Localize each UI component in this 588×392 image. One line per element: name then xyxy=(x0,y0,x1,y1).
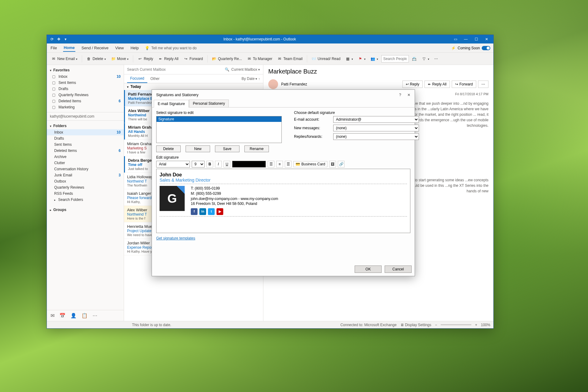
folder-item-drafts[interactable]: Drafts xyxy=(47,135,124,141)
quick-step-quarterly[interactable]: 📂Quarterly Re... xyxy=(210,55,244,62)
folder-item-inbox[interactable]: Inbox10 xyxy=(47,129,124,135)
folder-item-conversation-history[interactable]: Conversation History xyxy=(47,166,124,172)
cancel-button[interactable]: Cancel xyxy=(385,266,412,273)
delete-signature-button[interactable]: Delete xyxy=(156,145,181,152)
reading-forward-button[interactable]: ↪Forward xyxy=(452,81,476,88)
coming-soon-toggle[interactable] xyxy=(482,46,490,50)
quick-step-to-manager[interactable]: ✉To Manager xyxy=(245,55,274,62)
italic-button[interactable]: I xyxy=(215,161,222,168)
mail-icon[interactable]: ✉ xyxy=(51,313,55,318)
email-account-select[interactable]: Administrator@ xyxy=(333,116,419,123)
align-right-button[interactable]: ☰ xyxy=(285,161,292,168)
unread-read-button[interactable]: 📨Unread/ Read xyxy=(310,55,342,62)
new-email-button[interactable]: ✉New Email xyxy=(49,55,79,62)
ok-button[interactable]: OK xyxy=(355,266,382,273)
rename-signature-button[interactable]: Rename xyxy=(244,145,269,152)
minimize-button[interactable]: — xyxy=(461,36,471,43)
nav-item-drafts[interactable]: ▢Drafts xyxy=(47,86,124,92)
mailbox-search-input[interactable] xyxy=(125,66,225,73)
sort-dropdown[interactable]: By Date ▾ ↑ xyxy=(242,77,260,81)
zoom-slider[interactable] xyxy=(441,324,471,325)
reply-all-button[interactable]: ↞Reply All xyxy=(156,55,180,62)
ribbon-display-icon[interactable]: ▭ xyxy=(450,36,460,43)
more-options[interactable]: ⋯ xyxy=(432,56,440,62)
new-group-button[interactable]: 👥 xyxy=(369,55,380,62)
groups-header[interactable]: Groups xyxy=(47,206,124,213)
zoom-out-button[interactable]: − xyxy=(435,323,437,327)
zoom-in-button[interactable]: + xyxy=(475,323,477,327)
new-signature-button[interactable]: New xyxy=(186,145,210,152)
account-label[interactable]: kathyt@lucernepubintl.com xyxy=(47,112,124,121)
qat-dropdown[interactable]: ▾ xyxy=(62,36,69,43)
business-card-button[interactable]: 💳Business Card xyxy=(293,161,327,167)
calendar-icon[interactable]: 📅 xyxy=(59,313,66,318)
folder-item-archive[interactable]: Archive xyxy=(47,154,124,160)
reading-reply-all-button[interactable]: ↞Reply All xyxy=(424,81,450,88)
forward-button[interactable]: ↪Forward xyxy=(182,55,205,62)
tab-send-receive[interactable]: Send / Receive xyxy=(81,44,109,51)
reply-button[interactable]: ↩Reply xyxy=(136,55,155,62)
tab-home[interactable]: Home xyxy=(63,44,75,52)
signature-editor[interactable]: John Doe Sales & Marketing Director T: (… xyxy=(156,169,410,233)
tab-personal-stationery[interactable]: Personal Stationery xyxy=(189,100,229,107)
filter-button[interactable]: ▽ xyxy=(420,55,431,62)
tab-email-signature[interactable]: E-mail Signature xyxy=(154,100,189,107)
tell-me-search[interactable]: 💡Tell me what you want to do xyxy=(145,46,197,50)
bold-button[interactable]: B xyxy=(206,161,213,168)
folder-item-quarterly-reviews[interactable]: Quarterly Reviews xyxy=(47,184,124,190)
group-header-today[interactable]: Today xyxy=(124,83,263,90)
folder-item-outbox[interactable]: Outbox xyxy=(47,178,124,184)
save-signature-button[interactable]: Save xyxy=(215,145,239,152)
signature-listbox[interactable]: Signature xyxy=(156,116,282,143)
signature-list-item[interactable]: Signature xyxy=(156,116,281,122)
nav-item-sent-items[interactable]: ▢Sent Items xyxy=(47,80,124,86)
quick-step-team-email[interactable]: ✉Team Email xyxy=(275,55,304,62)
display-settings-button[interactable]: 🖥 Display Settings xyxy=(400,323,431,327)
reading-more-button[interactable]: ⋯ xyxy=(478,81,488,88)
tab-other[interactable]: Other xyxy=(147,75,163,83)
font-select[interactable]: Arial xyxy=(156,161,190,168)
people-icon[interactable]: 👤 xyxy=(70,313,77,318)
favorites-header[interactable]: Favorites xyxy=(47,67,124,74)
move-button[interactable]: 📁Move xyxy=(109,55,130,62)
folder-item-clutter[interactable]: Clutter xyxy=(47,160,124,166)
underline-button[interactable]: U xyxy=(224,161,230,168)
search-icon[interactable]: 🔍 xyxy=(225,67,229,72)
tab-focused[interactable]: Focused xyxy=(127,74,147,83)
folder-item-deleted-items[interactable]: Deleted Items6 xyxy=(47,148,124,154)
nav-item-marketing[interactable]: ▢Marketing xyxy=(47,104,124,110)
folder-item-junk-email[interactable]: Junk Email3 xyxy=(47,172,124,178)
nav-item-quarterly-reviews[interactable]: ▢Quarterly Reviews xyxy=(47,92,124,98)
replies-forwards-select[interactable]: (none) xyxy=(333,133,419,140)
folder-item-search-folders[interactable]: Search Folders xyxy=(47,197,124,203)
help-button[interactable]: ? xyxy=(399,93,401,97)
tab-file[interactable]: File xyxy=(50,44,58,51)
signature-templates-link[interactable]: Get signature templates xyxy=(156,236,410,240)
qat-button[interactable]: ✥ xyxy=(55,36,62,43)
flag-button[interactable]: ⚑ xyxy=(356,55,368,62)
categorize-button[interactable]: ▦ xyxy=(344,55,355,62)
maximize-button[interactable]: ☐ xyxy=(471,36,481,43)
nav-item-inbox[interactable]: ▢Inbox10 xyxy=(47,74,124,80)
font-size-select[interactable]: 9 xyxy=(192,161,205,168)
insert-picture-button[interactable]: 🖼 xyxy=(329,161,336,168)
align-left-button[interactable]: ☰ xyxy=(268,161,274,168)
dialog-close-button[interactable]: ✕ xyxy=(407,93,410,97)
insert-link-button[interactable]: 🔗 xyxy=(338,161,345,168)
search-scope-dropdown[interactable]: Current Mailbox ▾ xyxy=(229,67,262,72)
more-icon[interactable]: ⋯ xyxy=(92,313,97,318)
tab-view[interactable]: View xyxy=(115,44,124,51)
delete-button[interactable]: 🗑Delete xyxy=(85,55,108,62)
folders-header[interactable]: Folders xyxy=(47,123,124,129)
search-people-input[interactable] xyxy=(381,55,409,62)
folder-item-sent-items[interactable]: Sent Items xyxy=(47,141,124,148)
nav-item-deleted-items[interactable]: ▢Deleted Items6 xyxy=(47,98,124,104)
align-center-button[interactable]: ≡ xyxy=(276,161,283,168)
reading-reply-button[interactable]: ↩Reply xyxy=(402,81,423,88)
address-book-button[interactable]: 📇 xyxy=(410,55,419,62)
font-color-picker[interactable] xyxy=(232,161,266,168)
tasks-icon[interactable]: 📋 xyxy=(81,313,88,318)
close-button[interactable]: ✕ xyxy=(482,36,492,43)
tab-help[interactable]: Help xyxy=(130,44,139,51)
sync-icon[interactable]: ⟳ xyxy=(49,36,55,43)
